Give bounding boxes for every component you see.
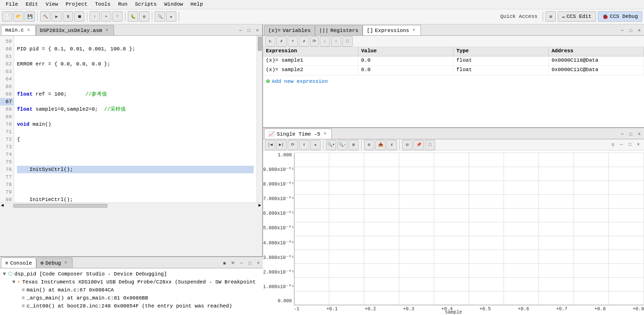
stop-button[interactable]: ⏹	[74, 11, 84, 22]
graph-prop-btn[interactable]: ⚙	[364, 140, 374, 150]
zoom-out-btn[interactable]: 🔍-	[337, 140, 347, 150]
menu-run[interactable]: Run	[114, 1, 131, 7]
step-over-button[interactable]: ↷	[101, 11, 111, 22]
menu-project[interactable]: Project	[62, 1, 91, 7]
h-scroll-thumb[interactable]	[13, 204, 107, 208]
console-args-item[interactable]: ≡ _args_main() at args_main.c:81 0x0086B…	[3, 294, 260, 302]
step-into-button[interactable]: ↓	[90, 11, 100, 22]
v-scrollbar[interactable]	[256, 36, 262, 202]
minimize-editor-btn[interactable]: ─	[237, 27, 244, 34]
menu-tools[interactable]: Tools	[91, 1, 114, 7]
graph-btn-2[interactable]: ►|	[276, 140, 287, 150]
tab-console[interactable]: ≡ Console	[1, 258, 36, 268]
var-toolbar-btn-5[interactable]: ⟳	[310, 36, 319, 47]
tab-dsp-asm[interactable]: DSP2833x_usDelay.asm ×	[36, 25, 114, 35]
open-button[interactable]: 📂	[13, 11, 24, 22]
graph-close-btn[interactable]: ×	[636, 130, 643, 138]
zoom-in-btn[interactable]: 🔍+	[326, 140, 336, 150]
scroll-lock-btn[interactable]: ⌘	[229, 259, 237, 267]
var-toolbar-btn-4[interactable]: ✗	[299, 36, 309, 47]
step-return-button[interactable]: ↑	[112, 11, 123, 22]
graph-min-btn[interactable]: ─	[619, 130, 626, 138]
var-maximize-btn[interactable]: □	[627, 27, 635, 34]
expressions-tab-close[interactable]: ×	[411, 28, 417, 33]
stop-console-btn[interactable]: ■	[221, 259, 228, 267]
code-editor: 59 60 61 62 63 64 65 66 67 68 69 70 71 7…	[0, 36, 262, 202]
debug-button[interactable]: 🐛	[128, 11, 138, 22]
code-content[interactable]: PID pid = { 0.1, 0.01, 0.001, 100.0 }; E…	[14, 36, 256, 202]
tree-arrow-0[interactable]: ▼	[3, 270, 6, 278]
var-row-1[interactable]: (x)= sample2 0.0 float 0x0000C11C@Data	[263, 66, 644, 75]
console-device-item[interactable]: ▼ ⚡ Texas Instruments XDS100v1 USB Debug…	[3, 278, 260, 286]
tab-single-time[interactable]: 📈 Single Time -5 ×	[264, 129, 332, 139]
var-toolbar-btn-3[interactable]: +	[288, 36, 298, 47]
graph-close2-btn[interactable]: ×	[635, 141, 642, 149]
ccs-edit-button[interactable]: ✏ CCS Edit	[558, 11, 595, 22]
ccs-debug-button[interactable]: 🐞 CCS Debug	[598, 11, 642, 22]
var-toolbar-btn-6[interactable]: ↓	[320, 36, 330, 47]
minimize-console-btn[interactable]: ─	[238, 259, 245, 267]
menu-edit[interactable]: Edit	[22, 1, 41, 7]
tab-debug[interactable]: ⚙ Debug ×	[36, 258, 73, 268]
var-toolbar-btn-7[interactable]: ↑	[331, 36, 341, 47]
var-toolbar-btn-2[interactable]: ✗	[276, 36, 287, 47]
col-address: Address	[549, 47, 644, 56]
add-expression-row[interactable]: ⊕ Add new expression	[263, 75, 644, 87]
var-row-0[interactable]: (x)= sample1 0.0 float 0x0000C118@Data	[263, 57, 644, 66]
var-close-btn[interactable]: ×	[636, 27, 643, 34]
settings-button[interactable]: ⚙	[139, 11, 149, 22]
graph-clear-btn[interactable]: ✗	[387, 140, 397, 150]
close-console-btn[interactable]: ×	[255, 259, 262, 267]
tab-registers[interactable]: ||| Registers	[315, 25, 363, 35]
tab-dsp-asm-close[interactable]: ×	[104, 28, 110, 33]
close-editor-btn[interactable]: ×	[254, 27, 261, 34]
graph-tab-close[interactable]: ×	[322, 131, 328, 137]
graph-view-btn[interactable]: □	[425, 140, 435, 150]
device-icon: ⚡	[17, 278, 21, 286]
new-button[interactable]: 📄	[2, 11, 12, 22]
menu-window[interactable]: Window	[160, 1, 187, 7]
graph-btn-4[interactable]: ⬆	[299, 140, 309, 150]
tab-main-c[interactable]: main.c ×	[1, 25, 36, 35]
pause-button[interactable]: ⏸	[63, 11, 73, 22]
tree-arrow-1[interactable]: ▼	[12, 278, 16, 286]
graph-btn-1[interactable]: |◄	[265, 140, 275, 150]
run-button[interactable]: ▶	[51, 11, 62, 22]
debug-tab-close[interactable]: ×	[63, 260, 68, 266]
tab-expressions[interactable]: [] Expressions ×	[363, 25, 421, 35]
maximize-editor-btn[interactable]: □	[245, 27, 253, 34]
graph-panel: 📈 Single Time -5 × ─ □ × |◄ ►| ⟳ ⬆ ★ 🔍+ …	[263, 128, 644, 315]
menu-view[interactable]: View	[42, 1, 62, 7]
console-main-item[interactable]: ≡ main() at main.c:67 0x0084CA	[3, 286, 260, 294]
graph-max2-btn[interactable]: □	[626, 141, 634, 149]
console-cint-item[interactable]: ≡ c_int00() at boot28.inc:248 0x00854F (…	[3, 302, 260, 310]
sep5	[179, 12, 179, 21]
fit-btn[interactable]: ⊞	[348, 140, 359, 150]
graph-extra-btn[interactable]: ⊟	[402, 140, 413, 150]
y-label-4: 6.000x10⁻⁰¹	[263, 210, 292, 216]
menu-help[interactable]: Help	[187, 1, 206, 7]
graph-btn-5[interactable]: ★	[310, 140, 321, 150]
h-scrollbar[interactable]: ◄ ►	[0, 202, 262, 208]
var-toolbar-btn-8[interactable]: □	[342, 36, 353, 47]
graph-export-btn[interactable]: 📤	[375, 140, 386, 150]
graph-btn-3[interactable]: ⟳	[288, 140, 298, 150]
graph-collapse-btn[interactable]: ▽	[609, 141, 617, 149]
bookmark-button[interactable]: ★	[166, 11, 176, 22]
graph-pin-btn[interactable]: 📌	[413, 140, 424, 150]
save-button[interactable]: 💾	[25, 11, 35, 22]
registers-icon: |||	[319, 28, 329, 33]
graph-max-btn[interactable]: □	[627, 130, 635, 138]
var-toolbar-btn-1[interactable]: ↻	[265, 36, 275, 47]
search-button[interactable]: 🔍	[155, 11, 165, 22]
grid-icon[interactable]: ⊞	[545, 11, 556, 22]
tab-variables[interactable]: (x)= Variables	[264, 25, 315, 35]
build-button[interactable]: 🔨	[40, 11, 50, 22]
menu-file[interactable]: File	[2, 1, 22, 7]
menu-scripts[interactable]: Scripts	[131, 1, 160, 7]
graph-min2-btn[interactable]: ─	[618, 141, 625, 149]
console-project-item[interactable]: ▼ ⬡ dsp_pid [Code Composer Studio - Devi…	[3, 270, 260, 278]
maximize-console-btn[interactable]: □	[246, 259, 254, 267]
tab-main-c-close[interactable]: ×	[26, 27, 32, 33]
var-minimize-btn[interactable]: ─	[619, 27, 626, 34]
